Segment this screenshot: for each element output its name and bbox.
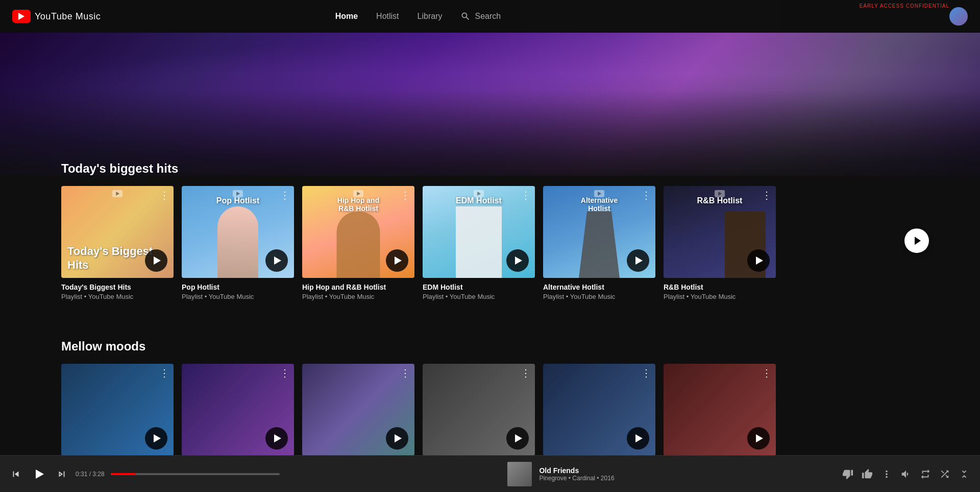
- card-3-more[interactable]: ⋮: [400, 190, 410, 200]
- nav-home[interactable]: Home: [335, 12, 358, 21]
- mellow-thumb-4: ⋮: [423, 364, 535, 456]
- card-5-title: Alternative Hotlist: [543, 283, 655, 291]
- card-4-thumb: EDM Hotlist ⋮: [423, 186, 535, 278]
- mellow-play-3[interactable]: [386, 427, 408, 450]
- logo[interactable]: YouTube Music: [12, 10, 101, 23]
- card-4-play[interactable]: [506, 249, 529, 272]
- card-1-yt-icon: [112, 190, 122, 199]
- mellow-card-6[interactable]: ⋮: [664, 364, 776, 456]
- section-1-title: Today's biggest hits: [61, 161, 919, 176]
- mellow-more-6[interactable]: ⋮: [762, 368, 772, 378]
- mellow-card-4[interactable]: ⋮: [423, 364, 535, 456]
- card-5-thumb: AlternativeHotlist ⋮: [543, 186, 655, 278]
- track-name: Old Friends: [539, 466, 614, 475]
- mellow-play-5[interactable]: [627, 427, 649, 450]
- thumbs-up-icon: [862, 468, 873, 480]
- card-5-play[interactable]: [627, 249, 649, 272]
- cards-row-1: Today's BiggestHits ⋮ Today's Biggest Hi…: [61, 186, 919, 300]
- player-controls: [10, 465, 67, 483]
- card-5-more[interactable]: ⋮: [641, 190, 651, 200]
- mellow-more-1[interactable]: ⋮: [159, 368, 169, 378]
- card-4-more[interactable]: ⋮: [521, 190, 531, 200]
- mellow-thumb-5: ⋮: [543, 364, 655, 456]
- expand-icon: [959, 468, 970, 480]
- mellow-thumb-6: ⋮: [664, 364, 776, 456]
- volume-icon: [900, 468, 912, 480]
- mellow-play-4[interactable]: [506, 427, 529, 450]
- card-2-subtitle: Playlist • YouTube Music: [182, 293, 294, 300]
- repeat-icon: [920, 468, 931, 480]
- card-rnb-hotlist[interactable]: R&B Hotlist ⋮ R&B Hotlist Playlist • You…: [664, 186, 776, 300]
- card-todays-biggest-hits[interactable]: Today's BiggestHits ⋮ Today's Biggest Hi…: [61, 186, 174, 300]
- mellow-card-3[interactable]: ⋮: [302, 364, 414, 456]
- skip-back-button[interactable]: [10, 468, 21, 480]
- progress-fill: [111, 473, 136, 475]
- player-bar: 0:31 / 3:28 Old Friends Pinegrove • Card…: [0, 455, 980, 492]
- card-pop-hotlist[interactable]: Pop Hotlist ⋮ Pop Hotlist Playlist • You…: [182, 186, 294, 300]
- card-1-thumb: Today's BiggestHits ⋮: [61, 186, 174, 278]
- card-2-play[interactable]: [265, 249, 288, 272]
- card-3-subtitle: Playlist • YouTube Music: [302, 293, 414, 300]
- card-2-thumb: Pop Hotlist ⋮: [182, 186, 294, 278]
- skip-forward-button[interactable]: [56, 468, 67, 480]
- mellow-play-6[interactable]: [747, 427, 770, 450]
- mellow-card-2[interactable]: ⋮: [182, 364, 294, 456]
- play-pause-button[interactable]: [30, 465, 48, 483]
- mellow-card-1[interactable]: ⋮: [61, 364, 174, 456]
- thumbs-down-icon: [842, 468, 853, 480]
- volume-button[interactable]: [900, 468, 912, 480]
- mellow-card-5[interactable]: ⋮: [543, 364, 655, 456]
- nav-links: Home Hotlist Library Search: [335, 11, 501, 21]
- nav-hotlist[interactable]: Hotlist: [376, 12, 399, 21]
- card-5-yt-icon: [594, 190, 604, 199]
- card-3-title: Hip Hop and R&B Hotlist: [302, 283, 414, 291]
- card-6-more[interactable]: ⋮: [762, 190, 772, 200]
- next-arrow-button[interactable]: [904, 228, 929, 253]
- dislike-button[interactable]: [842, 468, 853, 480]
- card-5-subtitle: Playlist • YouTube Music: [543, 293, 655, 300]
- card-6-thumb: R&B Hotlist ⋮: [664, 186, 776, 278]
- mellow-thumb-2: ⋮: [182, 364, 294, 456]
- mellow-more-5[interactable]: ⋮: [641, 368, 651, 378]
- card-edm-hotlist[interactable]: EDM Hotlist ⋮ EDM Hotlist Playlist • You…: [423, 186, 535, 300]
- progress-bar[interactable]: [111, 473, 280, 475]
- section-mellow-moods: Mellow moods ⋮ ⋮ ⋮: [0, 309, 980, 464]
- main-content: Today's biggest hits Today's BiggestHits…: [0, 0, 980, 492]
- mellow-play-1[interactable]: [145, 427, 167, 450]
- app-title: YouTube Music: [35, 11, 101, 22]
- skip-back-icon: [10, 468, 21, 480]
- play-icon: [36, 470, 44, 479]
- like-button[interactable]: [862, 468, 873, 480]
- card-6-play[interactable]: [747, 249, 770, 272]
- card-1-title: Today's Biggest Hits: [61, 283, 174, 291]
- nav-search-button[interactable]: Search: [460, 11, 501, 21]
- card-3-thumb: Hip Hop andR&B Hotlist ⋮: [302, 186, 414, 278]
- card-4-title: EDM Hotlist: [423, 283, 535, 291]
- section-biggest-hits: Today's biggest hits Today's BiggestHits…: [0, 145, 980, 309]
- nav-library[interactable]: Library: [418, 12, 443, 21]
- card-4-yt-icon: [474, 190, 484, 199]
- expand-button[interactable]: [959, 468, 970, 480]
- card-1-subtitle: Playlist • YouTube Music: [61, 293, 174, 300]
- mellow-more-4[interactable]: ⋮: [521, 368, 531, 378]
- track-info: Old Friends Pinegrove • Cardinal • 2016: [288, 462, 834, 486]
- mellow-more-2[interactable]: ⋮: [280, 368, 290, 378]
- card-1-play[interactable]: [145, 249, 167, 272]
- shuffle-button[interactable]: [939, 468, 950, 480]
- track-meta: Pinegrove • Cardinal • 2016: [539, 475, 614, 482]
- card-2-yt-icon: [233, 190, 243, 199]
- repeat-button[interactable]: [920, 468, 931, 480]
- card-6-yt-icon: [715, 190, 725, 199]
- card-hiphop-rnb[interactable]: Hip Hop andR&B Hotlist ⋮ Hip Hop and R&B…: [302, 186, 414, 300]
- navbar: YouTube Music Home Hotlist Library Searc…: [0, 0, 980, 33]
- more-vert-icon: [881, 468, 892, 480]
- user-avatar[interactable]: [949, 7, 968, 26]
- card-1-more[interactable]: ⋮: [159, 190, 169, 200]
- shuffle-icon: [939, 468, 950, 480]
- mellow-play-2[interactable]: [265, 427, 288, 450]
- card-3-play[interactable]: [386, 249, 408, 272]
- card-2-more[interactable]: ⋮: [280, 190, 290, 200]
- card-alternative-hotlist[interactable]: AlternativeHotlist ⋮ Alternative Hotlist…: [543, 186, 655, 300]
- mellow-more-3[interactable]: ⋮: [400, 368, 410, 378]
- more-options-button[interactable]: [881, 468, 892, 480]
